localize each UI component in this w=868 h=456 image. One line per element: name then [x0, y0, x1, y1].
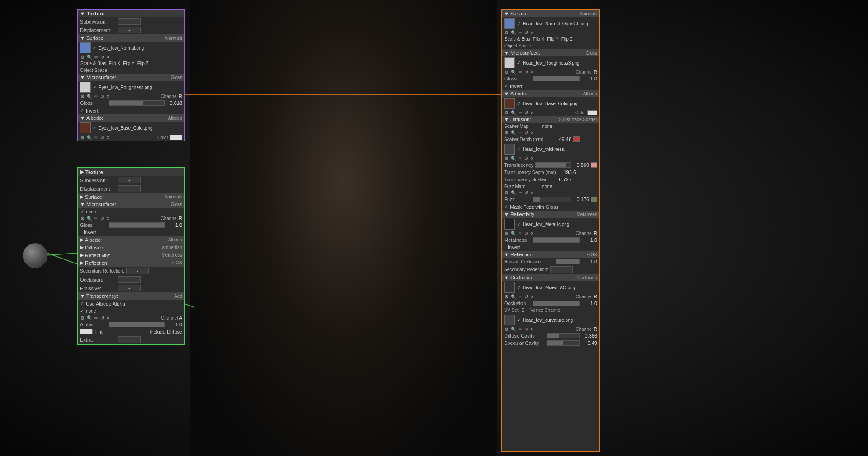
- scale-bias-btn[interactable]: Scale & Bias: [80, 61, 107, 66]
- gear-icon[interactable]: ⚙: [504, 130, 509, 135]
- albedo-section[interactable]: ▼ Albedo: Albedo: [78, 114, 184, 122]
- refresh-icon[interactable]: ↺: [524, 294, 528, 299]
- head-reflection-section[interactable]: ▼ Reflection: GGX: [502, 251, 599, 258]
- search-icon[interactable]: 🔍: [86, 55, 93, 60]
- close-icon[interactable]: ✕: [530, 110, 534, 115]
- close-icon[interactable]: ✕: [106, 135, 110, 140]
- displacement-dropdown[interactable]: -: [118, 27, 141, 33]
- edit-icon[interactable]: ✏: [518, 190, 523, 195]
- fuzz-slider[interactable]: [533, 197, 571, 202]
- head-reflectivity-section[interactable]: ▼ Reflectivity: Metalness: [502, 211, 599, 218]
- flip-z-btn[interactable]: Flip Z: [137, 61, 149, 66]
- refresh-icon[interactable]: ↺: [524, 70, 528, 75]
- search-icon[interactable]: 🔍: [510, 30, 517, 35]
- search-icon[interactable]: 🔍: [510, 110, 517, 115]
- close-icon[interactable]: ✕: [530, 70, 534, 75]
- flip-x-btn[interactable]: Flip X: [533, 37, 545, 42]
- flip-z-btn[interactable]: Flip Z: [561, 37, 573, 42]
- close-icon[interactable]: ✕: [530, 231, 534, 236]
- flip-x-btn[interactable]: Flip X: [108, 61, 121, 66]
- scale-bias-btn[interactable]: Scale & Bias: [504, 37, 531, 42]
- scatter-color[interactable]: [573, 136, 580, 142]
- edit-icon[interactable]: ✏: [94, 216, 99, 221]
- gear-icon[interactable]: ⚙: [80, 55, 85, 60]
- horizon-slider[interactable]: [556, 259, 580, 264]
- diffuse-cavity-slider[interactable]: [547, 333, 580, 338]
- tint-swatch[interactable]: [80, 329, 93, 334]
- edit-icon[interactable]: ✏: [518, 156, 523, 161]
- head-diffusion-section[interactable]: ▼ Diffusion: Subsurface Scatter: [502, 116, 599, 123]
- refresh-icon[interactable]: ↺: [524, 327, 528, 332]
- gloss-slider[interactable]: [109, 100, 165, 106]
- edit-icon[interactable]: ✏: [518, 70, 523, 75]
- close-icon[interactable]: ✕: [530, 190, 534, 195]
- gear-icon[interactable]: ⚙: [80, 315, 85, 320]
- refresh-icon[interactable]: ↺: [524, 130, 528, 135]
- close-icon[interactable]: ✕: [106, 94, 110, 99]
- extra-dropdown[interactable]: -: [118, 336, 141, 343]
- body-gloss-slider[interactable]: [109, 222, 165, 228]
- body-transparency-section[interactable]: ▼ Transparency: Add: [78, 292, 184, 300]
- edit-icon[interactable]: ✏: [518, 130, 523, 135]
- search-icon[interactable]: 🔍: [510, 231, 517, 236]
- gear-icon[interactable]: ⚙: [504, 70, 509, 75]
- node-ball[interactable]: [23, 243, 47, 268]
- edit-icon[interactable]: ✏: [94, 94, 99, 99]
- refresh-icon[interactable]: ↺: [524, 156, 528, 161]
- body-reflectivity-section[interactable]: ▶ Reflectivity: Metalness: [78, 251, 184, 259]
- metalness-slider[interactable]: [533, 237, 580, 243]
- flip-y-btn[interactable]: Flip Y: [123, 61, 135, 66]
- gear-icon[interactable]: ⚙: [504, 231, 509, 236]
- refresh-icon[interactable]: ↺: [100, 315, 104, 320]
- microsurface-section[interactable]: ▼ Microsurface: Gloss: [78, 74, 184, 81]
- gear-icon[interactable]: ⚙: [504, 30, 509, 35]
- gear-icon[interactable]: ⚙: [504, 156, 509, 161]
- search-icon[interactable]: 🔍: [86, 315, 93, 320]
- refresh-icon[interactable]: ↺: [100, 216, 104, 221]
- search-icon[interactable]: 🔍: [510, 156, 517, 161]
- gear-icon[interactable]: ⚙: [504, 294, 509, 299]
- close-icon[interactable]: ✕: [106, 315, 110, 320]
- alpha-slider[interactable]: [109, 322, 165, 327]
- search-icon[interactable]: 🔍: [510, 190, 517, 195]
- color-swatch[interactable]: [170, 135, 182, 140]
- refresh-icon[interactable]: ↺: [524, 190, 528, 195]
- edit-icon[interactable]: ✏: [518, 30, 523, 35]
- gear-icon[interactable]: ⚙: [80, 135, 85, 140]
- gear-icon[interactable]: ⚙: [504, 110, 509, 115]
- refresh-icon[interactable]: ↺: [524, 231, 528, 236]
- flip-y-btn[interactable]: Flip Y: [547, 37, 559, 42]
- specular-cavity-slider[interactable]: [547, 340, 580, 346]
- head-gloss-slider[interactable]: [533, 76, 580, 81]
- body-reflection-section[interactable]: ▶ Reflection: GGX: [78, 259, 184, 267]
- gear-icon[interactable]: ⚙: [504, 190, 509, 195]
- search-icon[interactable]: 🔍: [510, 70, 517, 75]
- close-icon[interactable]: ✕: [530, 327, 534, 332]
- edit-icon[interactable]: ✏: [94, 55, 99, 60]
- body-diffusion-section[interactable]: ▶ Diffusion: Lambertian: [78, 244, 184, 251]
- refresh-icon[interactable]: ↺: [100, 135, 104, 140]
- body-emissive-dropdown[interactable]: -: [118, 285, 141, 291]
- refresh-icon[interactable]: ↺: [100, 55, 104, 60]
- search-icon[interactable]: 🔍: [86, 94, 93, 99]
- refresh-icon[interactable]: ↺: [524, 30, 528, 35]
- refresh-icon[interactable]: ↺: [524, 110, 528, 115]
- edit-icon[interactable]: ✏: [518, 231, 523, 236]
- body-albedo-section[interactable]: ▶ Albedo: Albedo: [78, 236, 184, 244]
- fuzz-color[interactable]: [591, 197, 597, 202]
- edit-icon[interactable]: ✏: [94, 315, 99, 320]
- edit-icon[interactable]: ✏: [518, 327, 523, 332]
- close-icon[interactable]: ✕: [530, 294, 534, 299]
- search-icon[interactable]: 🔍: [510, 327, 517, 332]
- body-subdivision-dropdown[interactable]: -: [118, 177, 141, 183]
- gear-icon[interactable]: ⚙: [504, 327, 509, 332]
- gear-icon[interactable]: ⚙: [80, 216, 85, 221]
- surface-section[interactable]: ▼ Surface: Normals: [78, 34, 184, 42]
- head-color-swatch[interactable]: [587, 110, 597, 115]
- body-occlusion-dropdown[interactable]: -: [118, 276, 141, 283]
- translucency-slider[interactable]: [535, 162, 571, 168]
- search-icon[interactable]: 🔍: [86, 216, 93, 221]
- body-surface-section[interactable]: ▶ Surface: Normals: [78, 193, 184, 201]
- close-icon[interactable]: ✕: [530, 130, 534, 135]
- occlusion-slider[interactable]: [533, 301, 580, 306]
